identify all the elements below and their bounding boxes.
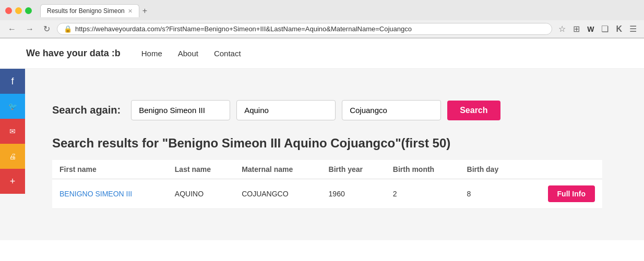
col-birthday: Birth day (460, 160, 521, 179)
browser-titlebar: Results for Benigno Simeon ✕ + (0, 0, 644, 20)
cell-action: Full Info (521, 179, 602, 209)
tab-title: Results for Benigno Simeon (47, 7, 125, 15)
results-heading: Search results for "Benigno Simeon III A… (52, 136, 602, 151)
nav-links: Home About Contact (141, 49, 241, 58)
k-icon[interactable]: K (614, 23, 624, 35)
maternalname-input[interactable] (342, 100, 441, 120)
cell-maternalname: COJUANGCO (234, 179, 321, 209)
lastname-input[interactable] (236, 100, 336, 120)
cell-birthyear: 1960 (321, 179, 386, 209)
search-section: Search again: Search (52, 100, 602, 120)
main-content: f 🐦 ✉ 🖨 + Search again: Search Search re… (0, 69, 644, 240)
social-print-button[interactable]: 🖨 (0, 144, 25, 169)
address-bar[interactable]: 🔒 (57, 23, 552, 35)
search-row: Search again: Search (52, 100, 602, 120)
browser-chrome: Results for Benigno Simeon ✕ + ← → ↻ 🔒 ☆… (0, 0, 644, 39)
browser-toolbar: ← → ↻ 🔒 ☆ ⊞ W ❏ K ☰ (0, 20, 644, 38)
site-nav: We have your data :b Home About Contact (0, 39, 644, 69)
forward-button[interactable]: → (23, 23, 37, 35)
ssl-lock-icon: 🔒 (64, 25, 72, 33)
cell-lastname: AQUINO (168, 179, 234, 209)
results-section: Search results for "Benigno Simeon III A… (52, 136, 602, 209)
tab-close-icon[interactable]: ✕ (128, 8, 133, 15)
full-info-button[interactable]: Full Info (548, 185, 595, 202)
search-again-label: Search again: (52, 104, 121, 116)
table-header: First name Last name Maternal name Birth… (52, 160, 602, 179)
maximize-window-button[interactable] (25, 7, 32, 14)
minimize-window-button[interactable] (15, 7, 22, 14)
new-tab-button[interactable]: + (139, 6, 150, 16)
table-body: BENIGNO SIMEON III AQUINO COJUANGCO 1960… (52, 179, 602, 209)
tab-bar: Results for Benigno Simeon ✕ + (40, 4, 639, 17)
extensions-icon[interactable]: ⊞ (571, 23, 582, 35)
page-wrapper: We have your data :b Home About Contact … (0, 39, 644, 247)
back-button[interactable]: ← (5, 23, 19, 35)
reload-button[interactable]: ↻ (41, 23, 53, 35)
window-controls (5, 7, 32, 14)
pocket-icon[interactable]: ❏ (599, 23, 611, 35)
social-sidebar: f 🐦 ✉ 🖨 + (0, 69, 25, 240)
url-input[interactable] (75, 25, 545, 33)
col-firstname: First name (52, 160, 168, 179)
col-action (521, 160, 602, 179)
social-email-button[interactable]: ✉ (0, 119, 25, 144)
browser-tab[interactable]: Results for Benigno Simeon ✕ (40, 4, 139, 17)
col-lastname: Last name (168, 160, 234, 179)
col-maternalname: Maternal name (234, 160, 321, 179)
social-twitter-button[interactable]: 🐦 (0, 94, 25, 119)
social-facebook-button[interactable]: f (0, 69, 25, 94)
close-window-button[interactable] (5, 7, 12, 14)
col-birthmonth: Birth month (386, 160, 460, 179)
col-birthyear: Birth year (321, 160, 386, 179)
nav-home[interactable]: Home (141, 49, 162, 58)
nav-contact[interactable]: Contact (214, 49, 241, 58)
social-plus-button[interactable]: + (0, 169, 25, 194)
firstname-input[interactable] (131, 100, 230, 120)
cell-birthday: 8 (460, 179, 521, 209)
site-logo: We have your data :b (26, 48, 121, 59)
wikipedia-icon[interactable]: W (585, 24, 596, 34)
browser-toolbar-icons: ☆ ⊞ W ❏ K ☰ (556, 23, 639, 35)
table-row: BENIGNO SIMEON III AQUINO COJUANGCO 1960… (52, 179, 602, 209)
cell-birthmonth: 2 (386, 179, 460, 209)
search-button[interactable]: Search (447, 101, 500, 120)
menu-icon[interactable]: ☰ (627, 23, 639, 35)
result-name-link[interactable]: BENIGNO SIMEON III (59, 190, 132, 198)
nav-about[interactable]: About (178, 49, 198, 58)
bookmark-icon[interactable]: ☆ (556, 23, 568, 35)
results-table: First name Last name Maternal name Birth… (52, 160, 602, 209)
cell-firstname: BENIGNO SIMEON III (52, 179, 168, 209)
